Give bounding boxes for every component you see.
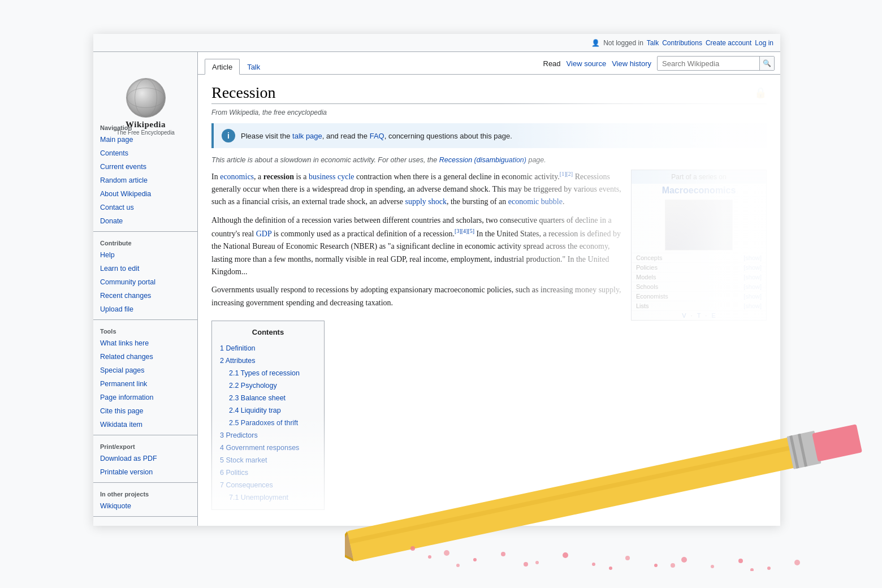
article-body: Recession 🔒 From Wikipedia, the free enc… — [198, 75, 780, 526]
sidebar-item-page-information[interactable]: Page information — [93, 391, 197, 404]
svg-point-26 — [609, 567, 612, 570]
projects-section-title: In other projects — [93, 486, 197, 499]
sidebar-item-learn-to-edit[interactable]: Learn to edit — [93, 262, 197, 275]
economics-link[interactable]: economics — [220, 172, 254, 181]
sidebar: Wikipedia The Free Encyclopedia Navigati… — [93, 52, 198, 526]
languages-label: Languages — [100, 525, 133, 526]
log-in-link[interactable]: Log in — [755, 39, 773, 47]
svg-rect-2 — [789, 435, 799, 469]
sidebar-item-current-events[interactable]: Current events — [93, 160, 197, 174]
ref-5[interactable]: [5] — [468, 228, 474, 234]
sidebar-item-random-article[interactable]: Random article — [93, 174, 197, 187]
supply-shock-link[interactable]: supply shock — [405, 197, 447, 206]
p2-paragraph: Although the definition of a recession v… — [211, 214, 767, 279]
contributions-link[interactable]: Contributions — [662, 39, 702, 47]
svg-point-19 — [681, 557, 687, 563]
toc-item-2[interactable]: 2 Attributes — [220, 354, 316, 367]
gdp-link[interactable]: GDP — [256, 230, 272, 238]
sidebar-item-wikiquote[interactable]: Wikiquote — [93, 499, 197, 513]
svg-point-21 — [738, 559, 743, 563]
read-link[interactable]: Read — [543, 59, 561, 68]
not-logged-in-text: Not logged in — [603, 39, 643, 47]
toc-item-2-3[interactable]: 2.3 Balance sheet — [220, 392, 316, 404]
toc-item-2-2[interactable]: 2.2 Psychology — [220, 379, 316, 392]
toc-item-1[interactable]: 1 Definition — [220, 342, 316, 354]
tab-article[interactable]: Article — [205, 59, 240, 75]
svg-rect-1 — [786, 431, 821, 469]
faq-link[interactable]: FAQ — [370, 132, 384, 140]
search-button[interactable]: 🔍 — [759, 56, 774, 71]
toc-item-2-5[interactable]: 2.5 Paradoxes of thrift — [220, 417, 316, 429]
toc-item-3[interactable]: 3 Predictors — [220, 429, 316, 442]
search-input[interactable] — [658, 59, 759, 68]
sidebar-item-help[interactable]: Help — [93, 248, 197, 262]
lock-icon: 🔒 — [754, 87, 767, 99]
logo-area: Wikipedia The Free Encyclopedia — [93, 70, 198, 138]
ref-4[interactable]: [4] — [461, 228, 468, 234]
business-cycle-link[interactable]: business cycle — [309, 172, 354, 181]
sidebar-item-what-links-here[interactable]: What links here — [93, 336, 197, 350]
wiki-panel: 👤 Not logged in Talk Contributions Creat… — [93, 34, 780, 526]
svg-point-24 — [456, 564, 460, 567]
economic-bubble-link[interactable]: economic bubble — [508, 197, 563, 206]
toc-title: Contents — [220, 327, 316, 339]
toc-item-4[interactable]: 4 Government responses — [220, 442, 316, 454]
svg-point-27 — [671, 563, 675, 568]
toc-item-2-1[interactable]: 2.1 Types of recession — [220, 367, 316, 379]
sidebar-item-special-pages[interactable]: Special pages — [93, 364, 197, 377]
sidebar-item-about-wikipedia[interactable]: About Wikipedia — [93, 187, 197, 201]
sidebar-item-cite-this-page[interactable]: Cite this page — [93, 404, 197, 418]
ref-2[interactable]: [2] — [567, 171, 573, 177]
svg-point-13 — [501, 552, 505, 556]
gear-icon[interactable] — [183, 525, 191, 526]
recession-disambig-link[interactable]: Recession (disambiguation) — [439, 156, 526, 164]
p3-paragraph: Governments usually respond to recession… — [211, 284, 767, 309]
talk-link[interactable]: Talk — [647, 39, 659, 47]
talk-page-link[interactable]: talk page — [292, 132, 322, 140]
sidebar-item-download-pdf[interactable]: Download as PDF — [93, 452, 197, 465]
svg-point-10 — [428, 555, 431, 559]
user-icon: 👤 — [591, 39, 600, 47]
toc-item-6[interactable]: 6 Politics — [220, 466, 316, 479]
wiki-title: Wikipedia — [126, 120, 166, 129]
svg-rect-3 — [798, 434, 807, 467]
sidebar-item-related-changes[interactable]: Related changes — [93, 350, 197, 364]
sidebar-item-contact-us[interactable]: Contact us — [93, 201, 197, 214]
svg-point-9 — [410, 546, 415, 551]
toc-item-2-4[interactable]: 2.4 Liquidity trap — [220, 404, 316, 417]
content-area: Article Talk Read View source View histo… — [198, 52, 780, 526]
sidebar-item-upload-file[interactable]: Upload file — [93, 302, 197, 316]
info-icon: i — [222, 129, 235, 142]
top-bar: 👤 Not logged in Talk Contributions Creat… — [93, 34, 780, 52]
ref-3[interactable]: [3] — [455, 228, 461, 234]
content-tabs: Article Talk Read View source View histo… — [198, 52, 780, 75]
tab-talk[interactable]: Talk — [240, 59, 267, 75]
toc-item-7-1[interactable]: 7.1 Unemployment — [220, 491, 316, 504]
toc-item-7[interactable]: 7 Consequences — [220, 479, 316, 491]
table-of-contents: Contents 1 Definition 2 Attributes 2.1 T… — [211, 321, 325, 510]
svg-point-14 — [535, 561, 539, 564]
toc-item-5[interactable]: 5 Stock market — [220, 454, 316, 466]
sidebar-item-wikidata-item[interactable]: Wikidata item — [93, 418, 197, 431]
view-history-link[interactable]: View history — [612, 59, 651, 68]
info-box-text: Please visit the talk page, and read the… — [241, 132, 512, 140]
sidebar-item-donate[interactable]: Donate — [93, 214, 197, 228]
sidebar-item-permanent-link[interactable]: Permanent link — [93, 377, 197, 391]
view-source-link[interactable]: View source — [567, 59, 607, 68]
svg-point-12 — [473, 558, 477, 561]
sidebar-item-community-portal[interactable]: Community portal — [93, 275, 197, 289]
italic-notice: This article is about a slowdown in econ… — [211, 156, 767, 164]
tools-section-title: Tools — [93, 323, 197, 336]
svg-point-15 — [563, 552, 568, 558]
tab-right-actions: Read View source View history 🔍 — [543, 56, 781, 74]
print-section-title: Print/export — [93, 439, 197, 452]
create-account-link[interactable]: Create account — [706, 39, 751, 47]
ref-1[interactable]: [1] — [560, 171, 567, 177]
svg-point-17 — [625, 556, 630, 560]
svg-point-16 — [592, 563, 595, 566]
sidebar-item-printable-version[interactable]: Printable version — [93, 465, 197, 479]
sidebar-item-contents[interactable]: Contents — [93, 146, 197, 160]
sidebar-item-recent-changes[interactable]: Recent changes — [93, 289, 197, 302]
search-bar: 🔍 — [657, 56, 775, 71]
article-title: Recession 🔒 — [211, 84, 767, 104]
